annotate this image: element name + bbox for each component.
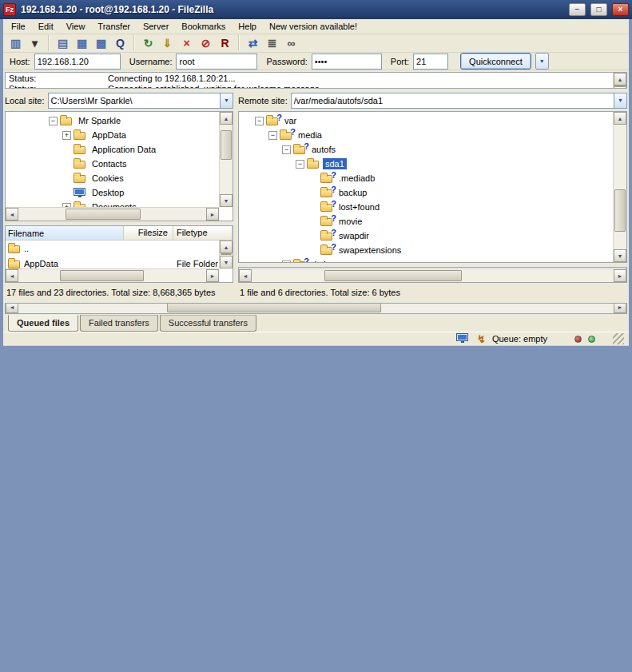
scroll-left-button[interactable]: ◄: [6, 269, 18, 282]
tree-item[interactable]: Desktop: [8, 185, 218, 200]
quickconnect-button[interactable]: Quickconnect: [460, 53, 531, 70]
tree-item[interactable]: −?media: [241, 128, 612, 142]
reconnect-button[interactable]: R: [216, 34, 234, 52]
refresh-button[interactable]: ↻: [139, 34, 157, 52]
port-input[interactable]: [413, 54, 448, 70]
column-header-filetype[interactable]: Filetype: [173, 226, 233, 240]
find-files-button[interactable]: ∞: [282, 34, 300, 52]
scroll-right-button[interactable]: ►: [614, 269, 626, 282]
toggle-queue-button[interactable]: Q: [111, 34, 129, 52]
menu-file[interactable]: File: [5, 19, 32, 34]
tree-expander-icon[interactable]: −: [255, 117, 264, 125]
menu-help[interactable]: Help: [232, 19, 263, 34]
local-site-combo[interactable]: C:\Users\Mr Sparkle\ ▼: [48, 93, 233, 109]
local-list-horizontal-scrollbar[interactable]: ◄ ►: [6, 268, 219, 282]
tree-item[interactable]: ?swapextensions: [241, 243, 612, 257]
scroll-up-button[interactable]: ▲: [220, 241, 233, 253]
password-input[interactable]: [312, 54, 382, 70]
remote-site-combo[interactable]: /var/media/autofs/sda1 ▼: [291, 93, 627, 109]
scroll-thumb[interactable]: [221, 253, 232, 255]
menu-view[interactable]: View: [60, 19, 92, 34]
tree-expander-icon[interactable]: −: [49, 117, 58, 125]
tree-item[interactable]: ?movie: [241, 214, 612, 229]
remote-list-horizontal-scrollbar[interactable]: ◄ ►: [239, 268, 626, 282]
tree-item[interactable]: Application Data: [8, 142, 218, 157]
scroll-track[interactable]: [220, 253, 233, 256]
file-row[interactable]: AppDataFile Folder: [6, 256, 219, 268]
minimize-button[interactable]: −: [569, 3, 586, 16]
close-button[interactable]: ×: [612, 3, 629, 16]
scroll-left-button[interactable]: ◄: [6, 303, 18, 313]
scroll-thumb[interactable]: [614, 85, 626, 87]
tree-expander-icon[interactable]: −: [268, 131, 277, 140]
tree-item[interactable]: ?.mediadb: [241, 171, 612, 185]
tree-item[interactable]: ?backup: [241, 185, 612, 200]
encryption-status-icon[interactable]: [456, 332, 471, 345]
tab-queued-files[interactable]: Queued files: [8, 315, 78, 332]
tree-item[interactable]: ?swapdir: [241, 229, 612, 243]
scroll-track[interactable]: [18, 269, 206, 282]
column-header-filename[interactable]: Filename: [6, 226, 124, 240]
tree-item[interactable]: +?dvd: [241, 257, 612, 262]
tree-item[interactable]: −?var: [241, 113, 612, 128]
scroll-track[interactable]: [18, 303, 614, 313]
tree-expander-icon[interactable]: −: [296, 160, 304, 169]
tree-item[interactable]: +AppData: [8, 128, 218, 142]
tree-item[interactable]: ?lost+found: [241, 200, 612, 214]
toggle-message-log-button[interactable]: ▤: [54, 34, 72, 52]
scroll-thumb[interactable]: [614, 189, 626, 232]
toggle-remote-tree-button[interactable]: ▩: [92, 34, 110, 52]
log-vertical-scrollbar[interactable]: ▲ ▼: [613, 73, 626, 88]
menu-edit[interactable]: Edit: [32, 19, 60, 34]
remote-tree-vertical-scrollbar[interactable]: ▲ ▼: [613, 112, 626, 262]
queue-horizontal-scrollbar[interactable]: ◄ ►: [6, 303, 626, 313]
username-input[interactable]: [176, 54, 257, 70]
disconnect-button[interactable]: ⊘: [197, 34, 215, 52]
scroll-left-button[interactable]: ◄: [6, 208, 18, 221]
tree-expander-icon[interactable]: −: [282, 145, 291, 154]
cancel-button[interactable]: ×: [177, 34, 196, 52]
scroll-down-button[interactable]: ▼: [220, 256, 233, 268]
tree-item[interactable]: −Mr Sparkle: [8, 113, 218, 128]
tab-failed-transfers[interactable]: Failed transfers: [80, 315, 158, 332]
directory-comparison-button[interactable]: ⇄: [244, 34, 262, 52]
scroll-down-button[interactable]: ▼: [220, 194, 233, 207]
menu-bookmarks[interactable]: Bookmarks: [175, 19, 232, 34]
toggle-local-tree-button[interactable]: ▦: [73, 34, 91, 52]
maximize-button[interactable]: □: [590, 3, 607, 16]
tree-item[interactable]: +Documents: [8, 200, 218, 207]
speed-limit-icon[interactable]: ↯: [477, 333, 486, 345]
tree-item[interactable]: Cookies: [8, 171, 218, 185]
scroll-thumb[interactable]: [324, 270, 462, 281]
resize-grip[interactable]: [613, 333, 624, 344]
tab-successful-transfers[interactable]: Successful transfers: [160, 315, 256, 332]
combo-dropdown-icon[interactable]: ▼: [220, 93, 233, 108]
quickconnect-dropdown-button[interactable]: ▼: [535, 53, 549, 70]
scroll-track[interactable]: [252, 269, 614, 282]
tree-expander-icon[interactable]: +: [282, 260, 291, 263]
scroll-track[interactable]: [614, 125, 626, 249]
scroll-up-button[interactable]: ▲: [220, 112, 233, 125]
scroll-thumb[interactable]: [167, 303, 381, 312]
tree-item[interactable]: −?autofs: [241, 142, 612, 157]
menu-transfer[interactable]: Transfer: [91, 19, 137, 34]
menu-new-version-available[interactable]: New version available!: [263, 19, 364, 34]
scroll-up-button[interactable]: ▲: [614, 112, 626, 125]
scroll-right-button[interactable]: ►: [206, 208, 219, 221]
sync-browsing-button[interactable]: ≣: [263, 34, 281, 52]
column-header-filesize[interactable]: Filesize: [124, 226, 173, 240]
host-input[interactable]: [34, 54, 121, 70]
local-tree-vertical-scrollbar[interactable]: ▲ ▼: [219, 112, 233, 207]
scroll-thumb[interactable]: [66, 209, 141, 220]
tree-item[interactable]: −sda1: [241, 157, 612, 171]
local-tree-horizontal-scrollbar[interactable]: ◄ ►: [6, 207, 219, 221]
local-list-vertical-scrollbar[interactable]: ▲ ▼: [219, 241, 233, 268]
scroll-thumb[interactable]: [221, 130, 232, 160]
scroll-down-button[interactable]: ▼: [614, 249, 626, 262]
process-queue-button[interactable]: ⇓: [158, 34, 177, 52]
site-manager-dropdown[interactable]: ▾: [26, 34, 44, 52]
scroll-right-button[interactable]: ►: [614, 303, 626, 313]
tree-item[interactable]: Contacts: [8, 157, 218, 171]
scroll-track[interactable]: [18, 208, 206, 221]
scroll-left-button[interactable]: ◄: [239, 269, 252, 282]
